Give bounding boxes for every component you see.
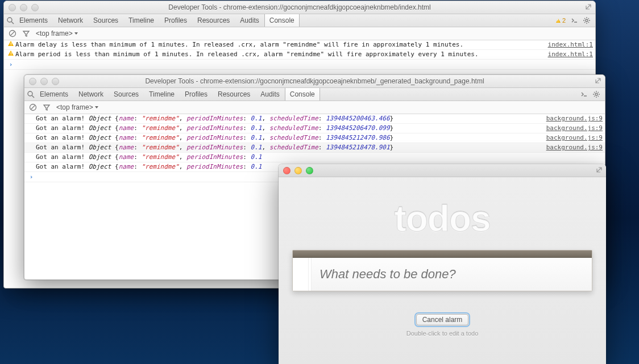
zoom-dot[interactable] <box>31 4 39 11</box>
zoom-dot[interactable] <box>52 78 59 85</box>
svg-point-2 <box>586 19 588 22</box>
traffic-lights[interactable] <box>279 167 313 174</box>
warning-count[interactable]: 2 <box>555 17 566 24</box>
warning-icon <box>6 50 15 56</box>
tab-console[interactable]: Console <box>285 88 320 101</box>
settings-icon[interactable] <box>592 90 600 98</box>
minimize-dot[interactable] <box>40 78 48 85</box>
svg-point-0 <box>7 18 12 22</box>
filter-icon[interactable] <box>43 103 51 111</box>
svg-line-6 <box>32 95 34 98</box>
tab-strip: Elements Network Sources Timeline Profil… <box>4 14 595 27</box>
titlebar[interactable] <box>279 164 606 177</box>
todos-app-window: todos Cancel alarm Double-click to edit … <box>279 164 606 364</box>
tab-timeline[interactable]: Timeline <box>144 88 180 101</box>
search-icon[interactable] <box>6 16 14 24</box>
svg-line-4 <box>11 32 15 36</box>
tab-strip: Elements Network Sources Timeline Profil… <box>24 88 605 101</box>
source-link[interactable]: background.js:9 <box>542 133 603 143</box>
drawer-icon[interactable] <box>580 90 588 98</box>
margin-rule <box>293 258 312 291</box>
filter-icon[interactable] <box>22 30 30 37</box>
clear-console-icon[interactable] <box>29 103 37 111</box>
source-link[interactable]: index.html:1 <box>543 40 593 49</box>
source-link[interactable]: background.js:9 <box>542 143 603 152</box>
edit-hint: Double-click to edit a todo <box>279 330 606 337</box>
cancel-alarm-button[interactable]: Cancel alarm <box>416 314 469 325</box>
popout-icon[interactable] <box>585 3 592 10</box>
drawer-icon[interactable] <box>570 16 578 24</box>
console-line: Alarm period is less than minimum of 1 m… <box>4 50 595 60</box>
traffic-lights[interactable] <box>24 78 59 85</box>
console-prompt[interactable]: › <box>4 60 595 70</box>
tab-profiles[interactable]: Profiles <box>180 88 213 101</box>
source-link[interactable]: index.html:1 <box>543 50 593 59</box>
new-todo-row <box>293 258 592 291</box>
svg-line-9 <box>31 106 35 110</box>
warning-icon <box>6 40 15 46</box>
todos-heading: todos <box>279 198 606 240</box>
close-dot[interactable] <box>9 4 16 11</box>
clear-console-icon[interactable] <box>9 30 16 37</box>
search-icon[interactable] <box>27 90 35 98</box>
tab-network[interactable]: Network <box>53 14 88 27</box>
card-header-bar <box>293 250 592 258</box>
tab-timeline[interactable]: Timeline <box>123 14 159 27</box>
window-title: Developer Tools - chrome-extension://goc… <box>4 3 595 11</box>
titlebar[interactable]: Developer Tools - chrome-extension://goc… <box>24 75 605 88</box>
titlebar[interactable]: Developer Tools - chrome-extension://goc… <box>4 1 595 14</box>
traffic-lights[interactable] <box>4 4 39 11</box>
console-line: Got an alarm! Object {name: "remindme", … <box>24 114 605 124</box>
tab-network[interactable]: Network <box>73 88 109 101</box>
tab-resources[interactable]: Resources <box>213 88 255 101</box>
tab-console[interactable]: Console <box>264 14 300 27</box>
popout-icon[interactable] <box>595 77 601 84</box>
filter-row: <top frame> <box>24 101 605 114</box>
tab-elements[interactable]: Elements <box>14 14 53 27</box>
zoom-dot[interactable] <box>306 167 313 174</box>
filter-row: <top frame> <box>4 27 595 40</box>
close-dot[interactable] <box>283 167 291 174</box>
tab-profiles[interactable]: Profiles <box>159 14 192 27</box>
console-line: Got an alarm! Object {name: "remindme", … <box>24 133 605 143</box>
tab-audits[interactable]: Audits <box>255 88 284 101</box>
new-todo-input[interactable] <box>312 267 592 282</box>
tab-resources[interactable]: Resources <box>192 14 235 27</box>
tab-audits[interactable]: Audits <box>235 14 264 27</box>
window-title: Developer Tools - chrome-extension://goc… <box>24 77 605 85</box>
svg-point-7 <box>595 93 597 95</box>
console-line: Alarm delay is less than minimum of 1 mi… <box>4 40 595 50</box>
console-line: Got an alarm! Object {name: "remindme", … <box>24 124 605 133</box>
svg-point-5 <box>28 91 32 96</box>
console-line: Got an alarm! Object {name: "remindme", … <box>24 143 605 153</box>
popout-icon[interactable] <box>596 166 603 173</box>
tab-sources[interactable]: Sources <box>88 14 123 27</box>
svg-line-1 <box>11 22 14 24</box>
desktop: Developer Tools - chrome-extension://goc… <box>0 0 639 364</box>
minimize-dot[interactable] <box>20 4 27 11</box>
minimize-dot[interactable] <box>294 167 302 174</box>
settings-icon[interactable] <box>583 16 591 24</box>
source-link[interactable]: background.js:9 <box>542 124 603 133</box>
tab-sources[interactable]: Sources <box>109 88 144 101</box>
source-link[interactable]: background.js:9 <box>542 114 603 123</box>
todo-card <box>292 250 592 291</box>
context-selector[interactable]: <top frame> <box>36 30 78 37</box>
console-line: Got an alarm! Object {name: "remindme", … <box>24 153 605 162</box>
context-selector[interactable]: <top frame> <box>56 103 99 111</box>
close-dot[interactable] <box>29 78 36 85</box>
tab-elements[interactable]: Elements <box>35 88 73 101</box>
